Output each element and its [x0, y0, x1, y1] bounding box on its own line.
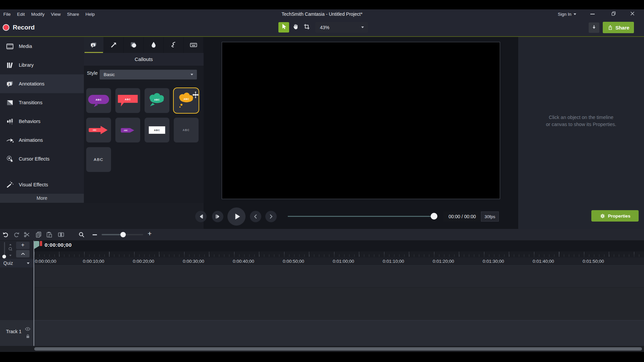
edit-cursor-tool-button[interactable]: [278, 22, 289, 33]
canvas-zoom-dropdown[interactable]: 43%: [315, 22, 368, 33]
window-title: TechSmith Camtasia - Untitled Project*: [0, 9, 644, 19]
zoom-in-button[interactable]: +: [148, 230, 152, 238]
sidebar-item-media[interactable]: Media: [0, 37, 84, 56]
menu-item-file[interactable]: File: [3, 12, 11, 17]
share-button[interactable]: Share: [603, 22, 634, 33]
split-button[interactable]: [57, 231, 65, 238]
chevron-down-icon: [191, 74, 193, 75]
copy-button[interactable]: [35, 231, 42, 238]
share-icon: [607, 25, 613, 31]
properties-button[interactable]: Properties: [591, 210, 639, 222]
sidebar-item-visual-effects[interactable]: Visual Effects: [0, 175, 84, 194]
tab-sketch[interactable]: [164, 37, 184, 53]
undo-button[interactable]: [2, 231, 9, 238]
menu-item-modify[interactable]: Modify: [31, 12, 45, 17]
sidebar-item-library[interactable]: Library: [0, 56, 84, 74]
style-row: Style Basic: [84, 66, 204, 81]
track-visibility-toggle[interactable]: [24, 326, 31, 332]
canvas-stage[interactable]: [222, 42, 500, 199]
zoom-out-button[interactable]: [93, 234, 97, 235]
track-height-slider-handle[interactable]: [2, 255, 6, 258]
seek-slider-handle[interactable]: [431, 213, 437, 220]
sketch-tab-icon: [169, 41, 177, 49]
callout-arrow-pennant[interactable]: ABC: [115, 118, 140, 142]
callout-arrow-right[interactable]: ABC: [86, 118, 111, 142]
menu-item-view[interactable]: View: [51, 12, 61, 17]
crop-tool-button[interactable]: [301, 22, 312, 33]
sidebar-item-annotations[interactable]: aAnnotations: [0, 74, 84, 93]
callout-text-dim[interactable]: ABC: [174, 118, 199, 142]
add-track-button[interactable]: +: [16, 242, 30, 249]
menu-item-share[interactable]: Share: [67, 12, 79, 17]
ruler-label: 0:00:20;00: [133, 259, 154, 264]
callout-speech-rect[interactable]: ABC: [115, 88, 140, 113]
annotations-icon: a: [5, 79, 14, 88]
timeline-header-column: + Quiz Track 1: [0, 241, 34, 346]
sign-in-button[interactable]: Sign In: [558, 9, 576, 19]
step-back-button[interactable]: [195, 211, 207, 222]
timeline-scrollbar-thumb[interactable]: [34, 347, 642, 351]
tab-blur[interactable]: [144, 37, 164, 53]
track-height-slider[interactable]: [4, 242, 5, 255]
next-button[interactable]: [265, 211, 277, 222]
tab-callouts[interactable]: a: [84, 37, 104, 53]
track-lock-toggle[interactable]: [25, 334, 31, 339]
share-label: Share: [615, 25, 630, 31]
timeline-toolbar: +: [0, 229, 644, 241]
callout-speech-round[interactable]: ABC: [86, 88, 111, 113]
menu-item-help[interactable]: Help: [86, 12, 95, 17]
sidebar-more-button[interactable]: More: [0, 194, 84, 203]
style-dropdown[interactable]: Basic: [100, 70, 197, 79]
track-1-lane[interactable]: [34, 320, 644, 346]
pan-tool-button[interactable]: [290, 22, 301, 33]
sidebar-item-label: Cursor Effects: [19, 156, 50, 162]
callouts-tab-icon: a: [90, 41, 98, 49]
cursor-effects-icon: [5, 155, 14, 163]
restore-button[interactable]: [610, 11, 616, 17]
timeline-zoom-slider-handle[interactable]: [120, 232, 126, 237]
frame-forward-button[interactable]: [212, 211, 223, 222]
timeline-separator: [34, 241, 34, 346]
frame-forward-icon: [214, 213, 221, 220]
callout-text-plain[interactable]: ABC: [86, 147, 111, 172]
export-button[interactable]: [589, 22, 599, 33]
sidebar-item-behaviors[interactable]: Behaviors: [0, 112, 84, 131]
record-button[interactable]: Record: [3, 19, 35, 36]
timeline-tracks-area[interactable]: [34, 265, 644, 346]
callout-text-box[interactable]: ABC: [145, 118, 169, 142]
chevron-down-icon: [574, 13, 576, 15]
close-button[interactable]: [629, 11, 635, 17]
menu-item-edit[interactable]: Edit: [17, 12, 25, 17]
collapse-tracks-button[interactable]: [16, 250, 30, 257]
seek-slider[interactable]: [288, 216, 435, 217]
playhead[interactable]: [34, 240, 43, 250]
paste-button[interactable]: [46, 231, 53, 238]
callout-cloud[interactable]: ABC: [145, 88, 169, 113]
time-display: 00:00 / 00:00: [443, 212, 481, 222]
sidebar-item-transitions[interactable]: Transitions: [0, 93, 84, 112]
play-button[interactable]: [227, 207, 246, 226]
callout-thought-cloud[interactable]: ABC: [174, 88, 199, 113]
playhead-time: 0:00:00;00: [45, 242, 72, 248]
cut-button[interactable]: [23, 231, 31, 238]
close-icon: [630, 11, 635, 18]
sidebar-item-cursor-effects[interactable]: Cursor Effects: [0, 149, 84, 168]
minimize-button[interactable]: [589, 11, 595, 17]
callout-grid: ABCABCABCABCABCABCABCABCABC: [86, 88, 199, 172]
timeline-ruler[interactable]: 0:00:00;000:00:10;000:00:20;000:00:30;00…: [34, 241, 644, 265]
tab-arrows[interactable]: [104, 37, 124, 53]
ruler-label: 0:01:40;00: [533, 259, 554, 264]
sidebar-item-label: Library: [19, 62, 34, 68]
style-value: Basic: [104, 72, 115, 77]
redo-button[interactable]: [13, 231, 20, 238]
svg-text:ABC: ABC: [93, 129, 97, 131]
sidebar-item-animations[interactable]: Animations: [0, 131, 84, 149]
quiz-dropdown[interactable]: Quiz: [0, 259, 34, 267]
fps-display: 30fps: [481, 212, 499, 222]
tab-keystroke[interactable]: [184, 37, 204, 53]
previous-button[interactable]: [250, 211, 261, 222]
svg-text:ABC: ABC: [154, 129, 160, 132]
sidebar-item-label: Transitions: [19, 100, 42, 105]
tab-shapes[interactable]: [124, 37, 144, 53]
sidebar-item-label: Media: [19, 44, 32, 49]
